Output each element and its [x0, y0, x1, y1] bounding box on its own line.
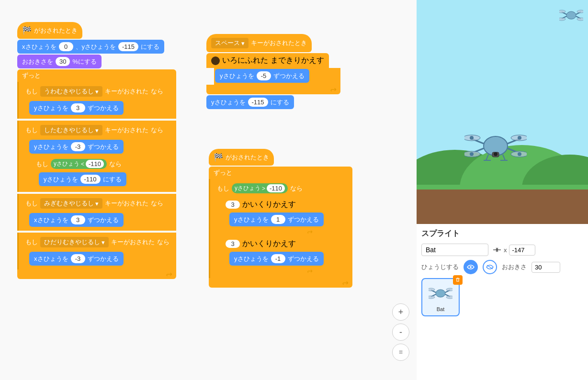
if-y-less-block[interactable]: もし yさひょう < -110 なら: [31, 156, 126, 171]
svg-point-15: [470, 152, 474, 156]
y-neg1-input[interactable]: -1: [271, 254, 285, 263]
y-set-110[interactable]: -110: [80, 175, 101, 184]
size-label: おおきさ: [502, 263, 527, 271]
show-button[interactable]: [464, 260, 478, 274]
forever-block-1[interactable]: ずっと: [17, 69, 176, 82]
if-left-block[interactable]: もし ひだりむきやじるし▾ キーがおされた なら: [21, 235, 174, 250]
y-neg115-input[interactable]: -115: [248, 98, 268, 107]
flag-icon: 🏁: [22, 26, 32, 35]
sprite-thumb-name: Bat: [437, 306, 445, 312]
sprite-thumb-icon: [429, 283, 452, 304]
size-input[interactable]: 30: [56, 57, 70, 66]
change-y-neg1-block[interactable]: yさひょうを -1 ずつかえる: [229, 252, 324, 266]
y-less-val[interactable]: -110: [86, 160, 104, 168]
left-arrow-dropdown[interactable]: ひだりむきやじるし▾: [40, 237, 109, 247]
set-y-110-block[interactable]: yさひょうを -110 にする: [39, 172, 126, 186]
space-key-hat[interactable]: スペース▾ キーがおされたとき: [206, 34, 312, 52]
change-y-neg5-block[interactable]: yさひょうを -5 ずつかえる: [215, 69, 309, 83]
sprite-delete-button[interactable]: [453, 275, 463, 285]
show-label: ひょうじする: [421, 263, 459, 271]
right-panel: スプライト x ひょうじする おおきさ: [417, 0, 588, 380]
svg-point-27: [559, 10, 565, 13]
sprite-row2: ひょうじする おおきさ: [421, 260, 583, 274]
y-input[interactable]: -115: [118, 42, 138, 51]
svg-point-41: [446, 296, 452, 299]
zoom-in-button[interactable]: +: [392, 303, 409, 321]
blocks-canvas: 🏁 がおされたとき xさひょうを 0 、yさひょうを -115 にする: [0, 0, 417, 380]
key-dropdown[interactable]: スペース▾: [211, 38, 249, 48]
change-y-down-block[interactable]: yさひょうを -3 ずつかえる: [29, 140, 124, 154]
y-1-input[interactable]: 1: [271, 215, 285, 224]
svg-point-38: [429, 288, 435, 291]
sprite-name-input[interactable]: [421, 244, 488, 256]
sprite-name-row: x: [421, 244, 583, 256]
forever-arrow-1: ↩: [166, 270, 172, 279]
hide-button[interactable]: [483, 260, 497, 274]
up-arrow-dropdown[interactable]: うわむきやじるし▾: [40, 86, 102, 97]
zoom-fit-button[interactable]: =: [392, 344, 409, 361]
svg-point-28: [577, 10, 583, 13]
arrow-icon: [492, 246, 502, 253]
repeat3-input-2[interactable]: 3: [226, 240, 240, 248]
x-change-right[interactable]: 3: [71, 215, 85, 224]
svg-point-11: [470, 136, 474, 140]
y-greater-val[interactable]: -110: [267, 184, 285, 192]
sprites-panel: スプライト x ひょうじする おおきさ: [417, 224, 588, 380]
repeat3-block-2[interactable]: 3 かいくりかえす: [221, 237, 301, 251]
y-change-up[interactable]: 3: [71, 103, 85, 112]
repeat3-arrow-1: ↩: [307, 228, 313, 236]
change-x-left-block[interactable]: xさひょうを -3 ずつかえる: [29, 252, 124, 266]
repeat3-arrow-2: ↩: [307, 268, 313, 275]
down-arrow-dropdown[interactable]: したむきやじるし▾: [40, 125, 102, 135]
block-group-2: スペース▾ キーがおされたとき いろにふれた まできりかえす yさひょうを: [206, 34, 340, 110]
svg-point-29: [559, 18, 565, 21]
if-up-block[interactable]: もし うわむきやじるし▾ キーがおされた なら: [21, 84, 168, 99]
forever-block-3[interactable]: ずっと: [209, 167, 352, 179]
repeat3-input-1[interactable]: 3: [226, 201, 240, 209]
sprites-header: スプライト: [421, 229, 583, 239]
set-size-block[interactable]: おおきさを 30 %にする: [17, 55, 102, 68]
svg-point-5: [494, 152, 498, 156]
ground: [417, 187, 588, 224]
repeat-arrow-1: ↩: [330, 85, 337, 94]
block-group-3: 🏁 がおされたとき ずっと もし yさひょう >: [209, 149, 352, 288]
change-y-1-block[interactable]: yさひょうを 1 ずつかえる: [229, 212, 324, 226]
code-area: 🏁 がおされたとき xさひょうを 0 、yさひょうを -115 にする: [0, 0, 417, 380]
change-x-right-block[interactable]: xさひょうを 3 ずつかえる: [29, 213, 124, 227]
if-down-block[interactable]: もし したむきやじるし▾ キーがおされた なら: [21, 123, 168, 138]
zoom-out-button[interactable]: -: [392, 324, 409, 341]
size-input-field[interactable]: [531, 262, 560, 273]
set-y-neg115-block[interactable]: yさひょうを -115 にする: [206, 95, 294, 109]
svg-point-30: [577, 18, 583, 21]
flag-icon-2: 🏁: [214, 153, 223, 162]
svg-line-19: [503, 155, 505, 160]
svg-point-40: [429, 296, 435, 299]
repeat-until-color-block[interactable]: いろにふれた まできりかえす: [206, 53, 329, 68]
hat-block-3[interactable]: 🏁 がおされたとき: [209, 149, 274, 166]
if-y-greater-block[interactable]: もし yさひょう > -110 なら: [212, 181, 307, 196]
drone-sprite: [464, 115, 527, 168]
svg-point-39: [446, 288, 452, 291]
svg-point-31: [470, 266, 472, 268]
x-change-left[interactable]: -3: [71, 254, 85, 263]
y-neg5-input[interactable]: -5: [257, 71, 271, 80]
zoom-controls: + - =: [392, 303, 409, 361]
drone-icon-top: [559, 5, 583, 26]
svg-point-22: [566, 11, 576, 19]
right-arrow-dropdown[interactable]: みぎむきやじるし▾: [40, 198, 102, 209]
forever-arrow-3: ↩: [342, 279, 349, 288]
repeat3-block-1[interactable]: 3 かいくりかえす: [221, 198, 301, 212]
sprite-x-input[interactable]: [509, 245, 535, 256]
grass-strip: [417, 185, 588, 190]
hat-block-1[interactable]: 🏁 がおされたとき: [17, 22, 82, 39]
color-swatch: [211, 56, 220, 65]
if-right-block[interactable]: もし みぎむきやじるし▾ キーがおされた なら: [21, 196, 168, 211]
change-y-up-block[interactable]: yさひょうを 3 ずつかえる: [29, 101, 124, 115]
y-change-down[interactable]: -3: [71, 142, 85, 151]
sprite-thumb-bat[interactable]: Bat: [421, 278, 460, 316]
sprite-x-coord: x: [492, 245, 535, 256]
set-xy-block[interactable]: xさひょうを 0 、yさひょうを -115 にする: [17, 40, 164, 54]
x-input[interactable]: 0: [59, 42, 73, 51]
svg-point-17: [518, 152, 521, 156]
svg-point-13: [518, 136, 521, 140]
